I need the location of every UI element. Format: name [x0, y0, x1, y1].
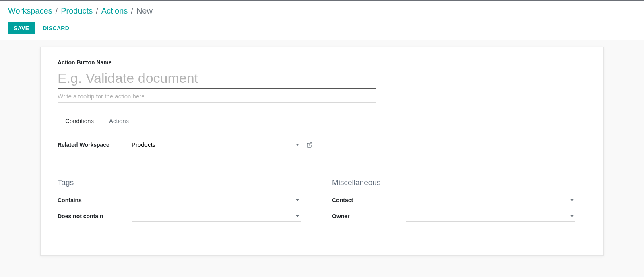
contact-label: Contact: [332, 197, 406, 203]
tabs: Conditions Actions: [58, 111, 586, 128]
contains-input[interactable]: [132, 195, 301, 205]
control-bar: Workspaces / Products / Actions / New SA…: [0, 1, 644, 40]
breadcrumb-separator: /: [56, 5, 58, 16]
contains-label: Contains: [58, 197, 132, 203]
button-row: SAVE DISCARD: [8, 22, 636, 34]
breadcrumb-current: New: [136, 5, 153, 16]
owner-label: Owner: [332, 213, 406, 220]
action-name-label: Action Button Name: [58, 59, 586, 66]
does-not-contain-input[interactable]: [132, 211, 301, 222]
owner-input[interactable]: [406, 211, 575, 222]
miscellaneous-group-title: Miscellaneous: [332, 178, 586, 187]
tab-actions[interactable]: Actions: [101, 113, 136, 128]
discard-button[interactable]: DISCARD: [41, 22, 71, 34]
save-button[interactable]: SAVE: [8, 22, 35, 34]
contact-field[interactable]: [406, 195, 575, 205]
contains-field[interactable]: [132, 195, 301, 205]
breadcrumb-separator: /: [96, 5, 98, 16]
does-not-contain-field[interactable]: [132, 211, 301, 222]
related-workspace-label: Related Workspace: [58, 142, 132, 148]
breadcrumb-products[interactable]: Products: [61, 5, 93, 16]
owner-field[interactable]: [406, 211, 575, 222]
contact-input[interactable]: [406, 195, 575, 205]
breadcrumb-actions[interactable]: Actions: [101, 5, 128, 16]
svg-line-0: [309, 142, 312, 145]
breadcrumb: Workspaces / Products / Actions / New: [8, 5, 636, 16]
does-not-contain-label: Does not contain: [58, 213, 132, 220]
related-workspace-field[interactable]: [132, 140, 301, 150]
tags-group-title: Tags: [58, 178, 312, 187]
tab-conditions[interactable]: Conditions: [58, 113, 101, 129]
tooltip-input[interactable]: [58, 89, 376, 103]
breadcrumb-workspaces[interactable]: Workspaces: [8, 5, 52, 16]
related-workspace-input[interactable]: [132, 140, 301, 150]
external-link-icon[interactable]: [306, 142, 313, 148]
action-name-input[interactable]: [58, 70, 376, 89]
form-sheet: Action Button Name Conditions Actions Re…: [40, 47, 604, 256]
breadcrumb-separator: /: [131, 5, 133, 16]
